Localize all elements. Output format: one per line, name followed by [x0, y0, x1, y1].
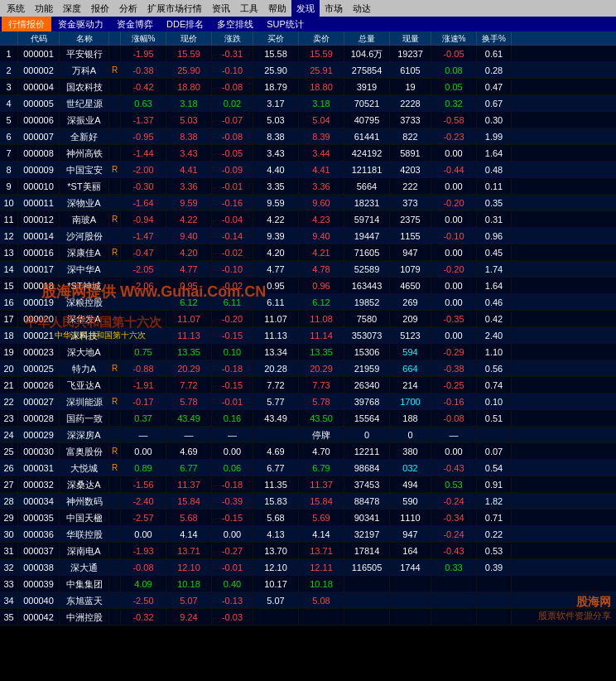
table-row[interactable]: 10000011深物业A-1.649.59-0.169.599.60182313… [0, 195, 616, 211]
cell-flag [109, 145, 121, 161]
sub-menu-item-5[interactable]: SUP统计 [260, 17, 310, 31]
cell-name: 国农科技 [60, 79, 109, 94]
table-row[interactable]: 28000034神州数码-2.4015.84-0.3915.8315.84884… [0, 493, 616, 510]
table-row[interactable]: 27000032深桑达A-1.5611.37-0.1811.3511.37374… [0, 476, 616, 493]
top-menu-item-2[interactable]: 深度 [58, 0, 86, 17]
table-row[interactable]: 2000002万科AR-0.3825.90-0.1025.9025.912758… [0, 62, 616, 79]
sub-menu-item-0[interactable]: 行情报价 [2, 17, 51, 31]
top-menu-item-1[interactable]: 功能 [30, 0, 58, 17]
cell-code: 000018 [18, 278, 60, 293]
cell-sell: 8.39 [299, 128, 344, 144]
table-row[interactable]: 30000036华联控股0.004.140.004.134.1432197947… [0, 526, 616, 543]
table-row[interactable]: 29000035中国天楹-2.575.68-0.155.685.69903411… [0, 510, 616, 526]
table-row[interactable]: 12000014沙河股份-1.479.40-0.149.399.40194471… [0, 228, 616, 244]
cell-price: 20.29 [166, 360, 212, 376]
cell-sell: 11.08 [299, 311, 344, 326]
cell-num: 21 [0, 377, 18, 393]
cell-vol: 19852 [344, 294, 390, 310]
cell-pct: -0.95 [121, 128, 166, 144]
cell-code: 000031 [18, 460, 60, 476]
sub-menu-item-4[interactable]: 多空排线 [210, 17, 260, 31]
cell-num: 33 [0, 576, 18, 592]
table-row[interactable]: 33000039中集集团4.0910.180.4010.1710.18 [0, 576, 616, 592]
table-row[interactable]: 15000018*ST神城-2.060.95-0.020.950.9616344… [0, 278, 616, 294]
top-menu-item-0[interactable]: 系统 [2, 0, 30, 17]
table-row[interactable]: 7000008神州高铁-1.443.43-0.053.433.444241925… [0, 145, 616, 162]
cell-change: -0.10 [212, 62, 253, 78]
table-row[interactable]: 18000021深科技11.13-0.1511.1311.14353073512… [0, 327, 616, 344]
cell-change: -0.03 [212, 609, 253, 625]
cell-cur: 6105 [390, 62, 431, 78]
cell-turn: 1.64 [477, 145, 512, 161]
table-row[interactable]: 20000025特力AR-0.8820.29-0.1820.2820.29219… [0, 360, 616, 377]
cell-cur: 0 [390, 427, 431, 442]
cell-sell: 13.35 [299, 344, 344, 360]
cell-price: 6.12 [166, 294, 212, 310]
cell-buy: 5.77 [253, 394, 299, 409]
sub-menu-item-2[interactable]: 资金博弈 [110, 17, 160, 31]
cell-sell: 7.73 [299, 377, 344, 393]
table-row[interactable]: 19000023深大地A0.7513.350.1013.3413.3515306… [0, 344, 616, 360]
cell-buy: 5.03 [253, 112, 299, 128]
cell-vol: 3919 [344, 79, 390, 94]
table-row[interactable]: 26000031大悦城R0.896.770.066.776.7998684032… [0, 460, 616, 476]
cell-name: 富奥股份 [60, 443, 109, 459]
table-row[interactable]: 14000017深中华A-2.054.77-0.104.774.78525891… [0, 261, 616, 278]
cell-vol: 7580 [344, 311, 390, 326]
table-row[interactable]: 11000012南玻AR-0.944.22-0.044.224.23597142… [0, 211, 616, 228]
table-row[interactable]: 13000016深康佳AR-0.474.20-0.024.204.2171605… [0, 244, 616, 261]
cell-buy: 7.72 [253, 377, 299, 393]
cell-change: -0.15 [212, 510, 253, 525]
table-row[interactable]: 5000006深振业A-1.375.03-0.075.035.044079537… [0, 112, 616, 128]
cell-buy: 20.28 [253, 360, 299, 376]
table-row[interactable]: 34000040东旭蓝天-2.505.07-0.135.075.08 [0, 592, 616, 609]
sub-menu-item-3[interactable]: DDE排名 [160, 17, 210, 31]
table-row[interactable]: 9000010*ST美丽-0.303.36-0.013.353.36566422… [0, 178, 616, 195]
cell-cur: 1155 [390, 228, 431, 244]
cell-pct: -1.91 [121, 377, 166, 393]
top-menu-item-8[interactable]: 帮助 [263, 0, 291, 17]
cell-change: -0.18 [212, 476, 253, 492]
top-menu-item-9[interactable]: 发现 [291, 0, 320, 17]
cell-code: 000010 [18, 178, 60, 194]
table-row[interactable]: 1000001平安银行-1.9515.59-0.3115.5815.59104.… [0, 46, 616, 62]
table-row[interactable]: 24000029深深房A———停牌00— [0, 427, 616, 443]
top-menu-item-7[interactable]: 工具 [235, 0, 263, 17]
top-menu-item-6[interactable]: 资讯 [207, 0, 235, 17]
table-row[interactable]: 6000007全新好-0.958.38-0.088.388.3961441822… [0, 128, 616, 145]
table-row[interactable]: 8000009中国宝安R-2.004.41-0.094.404.41121181… [0, 162, 616, 178]
cell-change: 0.16 [212, 410, 253, 426]
table-row[interactable]: 16000019深粮控股6.126.116.116.12198522690.00… [0, 294, 616, 311]
cell-speed: 0.00 [431, 244, 477, 260]
cell-price: 5.03 [166, 112, 212, 128]
cell-name: 深粮控股 [60, 294, 109, 310]
cell-buy: 25.90 [253, 62, 299, 78]
top-menu-item-4[interactable]: 分析 [114, 0, 142, 17]
table-row[interactable]: 23000028国药一致0.3743.490.1643.4943.5015564… [0, 410, 616, 427]
top-menu-item-11[interactable]: 动达 [348, 0, 376, 17]
cell-name: 深振业A [60, 112, 109, 128]
sub-menu-item-1[interactable]: 资金驱动力 [51, 17, 110, 31]
cell-speed: 0.00 [431, 211, 477, 227]
table-row[interactable]: 35000042中洲控股-0.329.24-0.03 [0, 609, 616, 625]
cell-code: 000028 [18, 410, 60, 426]
cell-code: 000016 [18, 244, 60, 260]
table-row[interactable]: 3000004国农科技-0.4218.80-0.0818.7918.803919… [0, 79, 616, 95]
table-row[interactable]: 22000027深圳能源R-0.175.78-0.015.775.7839768… [0, 394, 616, 410]
top-menu-item-3[interactable]: 报价 [86, 0, 114, 17]
cell-flag [109, 228, 121, 244]
table-row[interactable]: 17000020深华发A11.07-0.2011.0711.087580209-… [0, 311, 616, 327]
col-price-header: 现价 [166, 31, 212, 45]
table-row[interactable]: 21000026飞亚达A-1.917.72-0.157.727.73263402… [0, 377, 616, 394]
table-row[interactable]: 31000037深南电A-1.9313.71-0.2713.7013.71178… [0, 543, 616, 559]
table-row[interactable]: 32000038深大通-0.0812.10-0.0112.1012.111165… [0, 559, 616, 576]
cell-change: 0.40 [212, 576, 253, 592]
top-menu-item-10[interactable]: 市场 [320, 0, 348, 17]
cell-cur: 594 [390, 344, 431, 360]
top-menu-item-5[interactable]: 扩展市场行情 [142, 0, 207, 17]
table-row[interactable]: 4000005世纪星源0.633.180.023.173.18705212228… [0, 95, 616, 112]
cell-cur: 664 [390, 360, 431, 376]
cell-name: 世纪星源 [60, 95, 109, 111]
table-row[interactable]: 25000030富奥股份R0.004.690.004.694.701221138… [0, 443, 616, 460]
cell-speed: 0.00 [431, 145, 477, 161]
